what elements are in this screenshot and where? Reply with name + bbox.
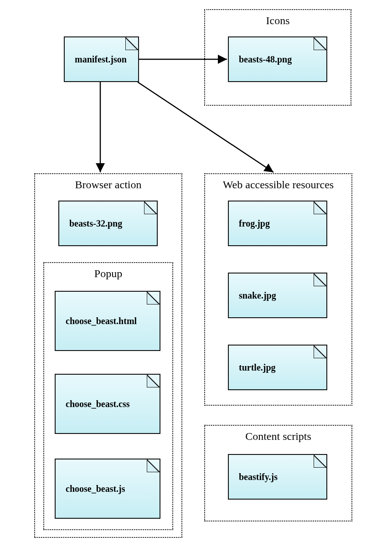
folded-corner-icon [314,201,326,214]
file-turtle: turtle.jpg [228,345,327,390]
file-choose-beast-css: choose_beast.css [55,374,160,434]
folded-corner-icon [314,346,326,358]
file-frog: frog.jpg [228,201,327,246]
file-beasts32: beasts-32.png [58,201,158,246]
folded-corner-icon [147,292,160,304]
file-label: beasts-48.png [239,54,292,65]
file-label: beastify.js [239,472,278,482]
svg-marker-9 [314,201,326,214]
file-label: manifest.json [75,54,127,65]
file-label: frog.jpg [239,218,270,229]
file-label: choose_beast.js [66,484,125,494]
folded-corner-icon [314,37,326,50]
file-label: beasts-32.png [69,218,122,229]
svg-marker-7 [147,375,160,387]
svg-marker-11 [314,346,326,358]
svg-marker-8 [147,459,160,472]
file-choose-beast-js: choose_beast.js [55,459,160,519]
folded-corner-icon [125,37,138,50]
file-label: snake.jpg [239,290,276,301]
folded-corner-icon [144,201,157,214]
file-snake: snake.jpg [228,273,327,318]
file-manifest: manifest.json [64,36,139,82]
diagram-canvas: manifest.json Icons beasts-48.png Browse… [0,0,392,547]
file-label: choose_beast.css [66,399,130,409]
file-label: turtle.jpg [239,362,276,373]
svg-marker-6 [147,292,160,304]
file-label: choose_beast.html [66,316,137,326]
folded-corner-icon [314,274,326,286]
file-choose-beast-html: choose_beast.html [55,291,160,351]
file-icons-beasts48: beasts-48.png [228,36,327,82]
folded-corner-icon [147,375,160,387]
svg-marker-10 [314,274,326,286]
svg-marker-5 [144,201,157,214]
svg-line-2 [138,82,273,172]
svg-marker-3 [125,37,138,50]
folded-corner-icon [147,459,160,472]
file-beastify: beastify.js [228,454,327,500]
svg-marker-12 [314,455,326,468]
folded-corner-icon [314,455,326,468]
svg-marker-4 [314,37,326,50]
